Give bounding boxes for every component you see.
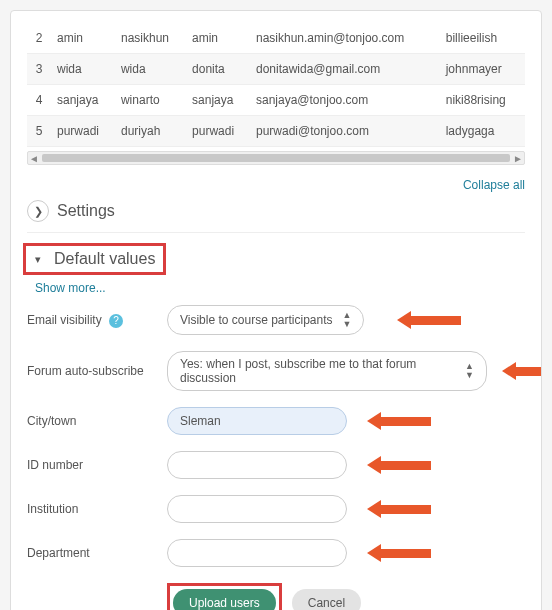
users-table: 2 amin nasikhun amin nasikhun.amin@tonjo… — [27, 23, 525, 147]
scroll-right-icon[interactable]: ► — [512, 153, 524, 164]
cell: winarto — [115, 85, 186, 116]
help-icon[interactable]: ? — [109, 314, 123, 328]
chevron-right-icon: ❯ — [27, 200, 49, 222]
cell: johnmayer — [440, 54, 525, 85]
table-row: 4 sanjaya winarto sanjaya sanjaya@tonjoo… — [27, 85, 525, 116]
annotation-arrow — [397, 311, 461, 329]
annotation-arrow — [367, 456, 431, 474]
annotation-arrow — [367, 500, 431, 518]
row-index: 3 — [27, 54, 51, 85]
institution-input[interactable] — [167, 495, 347, 523]
forum-auto-label: Forum auto-subscribe — [27, 364, 167, 378]
cell: purwadi@tonjoo.com — [250, 116, 440, 147]
table-row: 5 purwadi duriyah purwadi purwadi@tonjoo… — [27, 116, 525, 147]
upload-users-button[interactable]: Upload users — [173, 589, 276, 610]
select-caret-icon: ▲▼ — [343, 311, 352, 329]
cell: donitawida@gmail.com — [250, 54, 440, 85]
department-input[interactable] — [167, 539, 347, 567]
select-value: Visible to course participants — [180, 313, 333, 327]
cell: donita — [186, 54, 250, 85]
table-row: 3 wida wida donita donitawida@gmail.com … — [27, 54, 525, 85]
show-more-link[interactable]: Show more... — [35, 281, 106, 295]
cell: ladygaga — [440, 116, 525, 147]
content-panel: 2 amin nasikhun amin nasikhun.amin@tonjo… — [10, 10, 542, 610]
cell: purwadi — [51, 116, 115, 147]
forum-auto-select[interactable]: Yes: when I post, subscribe me to that f… — [167, 351, 487, 391]
cell: nasikhun.amin@tonjoo.com — [250, 23, 440, 54]
input-value: Sleman — [180, 414, 221, 428]
scroll-left-icon[interactable]: ◄ — [28, 153, 40, 164]
cancel-button[interactable]: Cancel — [292, 589, 361, 610]
cell: nasikhun — [115, 23, 186, 54]
cell: amin — [186, 23, 250, 54]
default-values-highlight: ▾ Default values — [23, 243, 166, 275]
idnumber-label: ID number — [27, 458, 167, 472]
cell: amin — [51, 23, 115, 54]
cell: purwadi — [186, 116, 250, 147]
annotation-arrow — [367, 544, 431, 562]
row-index: 2 — [27, 23, 51, 54]
idnumber-input[interactable] — [167, 451, 347, 479]
email-visibility-select[interactable]: Visible to course participants ▲▼ — [167, 305, 364, 335]
select-caret-icon: ▲▼ — [465, 362, 474, 380]
cell: sanjaya@tonjoo.com — [250, 85, 440, 116]
row-index: 4 — [27, 85, 51, 116]
horizontal-scrollbar[interactable]: ◄ ► — [27, 151, 525, 165]
cell: billieeilish — [440, 23, 525, 54]
divider — [27, 232, 525, 233]
select-value: Yes: when I post, subscribe me to that f… — [180, 357, 455, 385]
cell: wida — [51, 54, 115, 85]
department-label: Department — [27, 546, 167, 560]
chevron-down-icon: ▾ — [30, 253, 46, 266]
cell: sanjaya — [186, 85, 250, 116]
cell: niki88rising — [440, 85, 525, 116]
annotation-arrow — [502, 362, 541, 380]
city-input[interactable]: Sleman — [167, 407, 347, 435]
cell: duriyah — [115, 116, 186, 147]
cell: wida — [115, 54, 186, 85]
collapse-all-link[interactable]: Collapse all — [463, 178, 525, 192]
settings-toggle[interactable]: ❯ Settings — [27, 200, 525, 222]
email-visibility-label: Email visibility ? — [27, 313, 167, 328]
annotation-arrow — [367, 412, 431, 430]
default-values-title: Default values — [54, 250, 155, 268]
table-row: 2 amin nasikhun amin nasikhun.amin@tonjo… — [27, 23, 525, 54]
scroll-thumb[interactable] — [42, 154, 510, 162]
city-label: City/town — [27, 414, 167, 428]
cell: sanjaya — [51, 85, 115, 116]
default-values-toggle[interactable]: ▾ Default values — [30, 250, 155, 268]
institution-label: Institution — [27, 502, 167, 516]
upload-highlight: Upload users — [167, 583, 282, 610]
settings-title: Settings — [57, 202, 115, 220]
row-index: 5 — [27, 116, 51, 147]
